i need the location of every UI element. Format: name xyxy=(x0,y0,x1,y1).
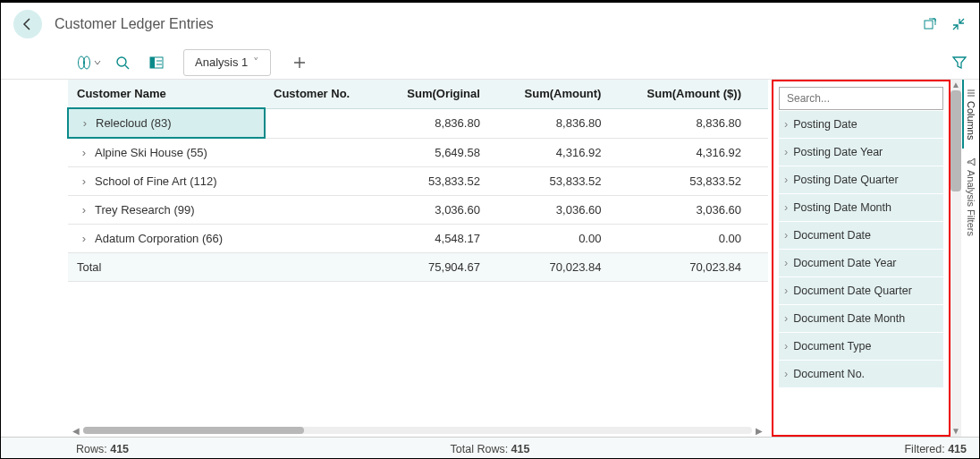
field-item-label: Document Type xyxy=(793,340,871,353)
field-item[interactable]: ›Posting Date Quarter xyxy=(779,166,943,193)
open-new-window-icon[interactable] xyxy=(922,16,938,32)
col-customer-no[interactable]: Customer No. xyxy=(265,80,390,108)
data-grid: Customer Name Customer No. Sum(Original … xyxy=(1,80,768,437)
sum-amount-usd-cell: 0.00 xyxy=(628,225,768,253)
field-item[interactable]: ›Document Date xyxy=(779,222,943,249)
collapse-icon[interactable] xyxy=(950,16,967,32)
customer-no-cell xyxy=(265,108,390,138)
field-item-label: Document Date Year xyxy=(793,257,896,269)
chevron-down-icon: ˅ xyxy=(253,55,259,69)
field-item-label: Posting Date Quarter xyxy=(793,174,898,186)
svg-point-3 xyxy=(117,57,126,66)
analysis-tab[interactable]: Analysis 1 ˅ xyxy=(183,49,271,76)
side-tab-columns[interactable]: Columns xyxy=(962,80,978,149)
filter-toggle-button[interactable] xyxy=(947,50,972,75)
field-item[interactable]: ›Document No. xyxy=(779,361,943,387)
table-row[interactable]: ›School of Fine Art (112)53,833.5253,833… xyxy=(68,167,768,196)
expand-icon[interactable]: › xyxy=(77,232,91,245)
search-icon xyxy=(115,55,130,70)
svg-rect-5 xyxy=(150,57,155,68)
col-sum-original[interactable]: Sum(Original xyxy=(390,80,507,108)
chevron-right-icon: › xyxy=(784,201,788,214)
side-tab-analysis-filters[interactable]: Analysis Filters xyxy=(962,149,978,245)
vertical-scrollbar[interactable]: ▲ ▼ xyxy=(950,80,961,437)
field-item[interactable]: ›Posting Date Year xyxy=(779,139,943,166)
scroll-left-icon[interactable]: ◀ xyxy=(72,426,80,436)
table-row[interactable]: ›Alpine Ski House (55)5,649.584,316.924,… xyxy=(68,138,768,167)
page-title: Customer Ledger Entries xyxy=(55,16,922,32)
field-item-label: Document Date Month xyxy=(793,312,905,325)
chevron-right-icon: › xyxy=(784,340,788,353)
expand-icon[interactable]: › xyxy=(77,203,91,217)
sum-amount-usd-cell: 8,836.80 xyxy=(628,108,768,138)
field-item[interactable]: ›Document Date Month xyxy=(779,305,943,332)
field-item-label: Posting Date xyxy=(793,118,858,131)
chevron-right-icon: › xyxy=(784,174,788,186)
arrow-left-icon xyxy=(21,17,35,31)
table-row[interactable]: ›Trey Research (99)3,036.603,036.603,036… xyxy=(68,196,768,225)
chevron-down-icon xyxy=(94,59,101,66)
funnel-icon xyxy=(967,157,976,166)
sum-original-cell: 8,836.80 xyxy=(390,108,507,138)
field-item[interactable]: ›Posting Date xyxy=(779,111,943,138)
field-item-label: Document Date Quarter xyxy=(793,285,912,297)
customer-no-cell xyxy=(265,138,390,167)
chevron-right-icon: › xyxy=(784,368,788,380)
chevron-right-icon: › xyxy=(784,146,788,158)
scroll-up-icon[interactable]: ▲ xyxy=(951,80,960,90)
search-button[interactable] xyxy=(110,50,135,75)
col-sum-amount-usd[interactable]: Sum(Amount ($)) xyxy=(628,80,768,108)
customer-name-cell: Alpine Ski House (55) xyxy=(95,146,207,159)
sum-amount-usd-cell: 3,036.60 xyxy=(628,196,768,225)
sum-amount-cell: 0.00 xyxy=(507,225,629,253)
sum-amount-cell: 53,833.52 xyxy=(507,167,629,196)
chevron-right-icon: › xyxy=(784,229,788,242)
expand-icon[interactable]: › xyxy=(78,116,92,130)
field-item[interactable]: ›Posting Date Month xyxy=(779,194,943,221)
expand-icon[interactable]: › xyxy=(77,146,91,159)
add-tab-button[interactable] xyxy=(287,50,312,75)
field-search-input[interactable] xyxy=(779,87,943,110)
field-item[interactable]: ›Document Type xyxy=(779,333,943,360)
expand-icon[interactable]: › xyxy=(77,174,91,188)
col-sum-amount[interactable]: Sum(Amount) xyxy=(507,80,629,108)
field-item-label: Posting Date Month xyxy=(793,201,891,214)
status-filtered: Filtered: 415 xyxy=(904,443,967,455)
toolbar: Analysis 1 ˅ xyxy=(1,46,979,80)
status-rows: Rows: 415 xyxy=(76,443,129,455)
customer-no-cell xyxy=(265,167,390,196)
scroll-down-icon[interactable]: ▼ xyxy=(951,426,960,437)
horizontal-scrollbar[interactable]: ◀ ▶ xyxy=(67,424,768,437)
chevron-right-icon: › xyxy=(784,118,788,131)
plus-icon xyxy=(293,56,306,69)
customer-name-cell: Relecloud (83) xyxy=(96,116,172,130)
sum-amount-cell: 8,836.80 xyxy=(507,108,629,138)
customer-name-cell: School of Fine Art (112) xyxy=(95,174,217,188)
scroll-right-icon[interactable]: ▶ xyxy=(756,426,763,436)
table-row[interactable]: ›Adatum Corporation (66)4,548.170.000.00 xyxy=(68,225,768,253)
field-item-label: Posting Date Year xyxy=(793,146,883,158)
pivot-mode-button[interactable] xyxy=(76,50,101,75)
sum-amount-cell: 3,036.60 xyxy=(507,196,629,225)
sum-amount-usd-cell: 4,316.92 xyxy=(628,138,768,167)
page-header: Customer Ledger Entries xyxy=(1,3,979,46)
svg-rect-0 xyxy=(925,21,933,29)
back-button[interactable] xyxy=(13,10,42,38)
layout-button[interactable] xyxy=(144,50,169,75)
status-total-rows: Total Rows: 415 xyxy=(451,443,530,455)
customer-no-cell xyxy=(265,225,390,253)
funnel-icon xyxy=(952,55,967,70)
sum-original-cell: 4,548.17 xyxy=(390,225,507,253)
columns-icon xyxy=(967,89,976,98)
customer-name-cell: Adatum Corporation (66) xyxy=(95,232,223,245)
field-item-label: Document No. xyxy=(793,368,865,380)
field-item[interactable]: ›Document Date Quarter xyxy=(779,277,943,304)
columns-panel: ›Posting Date›Posting Date Year›Posting … xyxy=(772,80,950,437)
field-item[interactable]: ›Document Date Year xyxy=(779,250,943,276)
sum-original-cell: 53,833.52 xyxy=(390,167,507,196)
sum-original-cell: 3,036.60 xyxy=(390,196,507,225)
customer-name-cell: Trey Research (99) xyxy=(95,203,195,217)
column-header-row: Customer Name Customer No. Sum(Original … xyxy=(68,80,768,108)
table-row[interactable]: ›Relecloud (83)8,836.808,836.808,836.80 xyxy=(68,108,768,138)
col-customer-name[interactable]: Customer Name xyxy=(68,80,265,108)
